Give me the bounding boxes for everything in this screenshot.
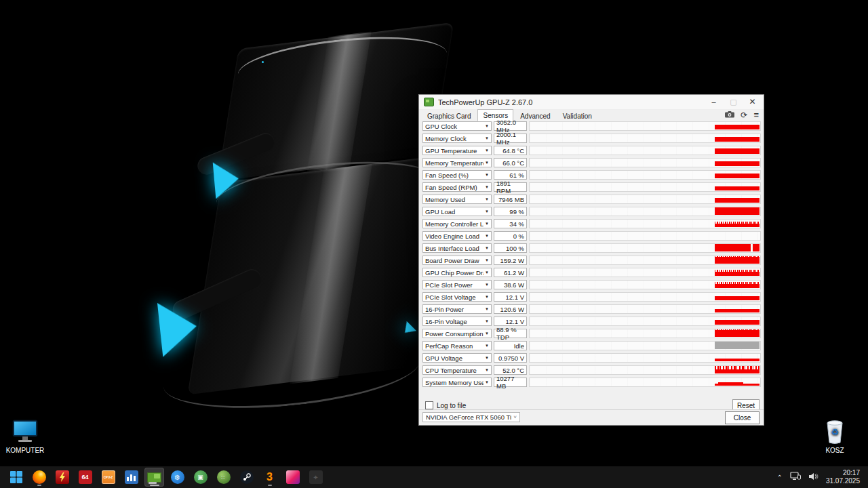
sensor-select[interactable]: 16-Pin Power▼ xyxy=(422,304,492,314)
chevron-down-icon: ▼ xyxy=(485,368,489,372)
sensor-select[interactable]: CPU Temperature▼ xyxy=(422,365,492,375)
camera-icon[interactable] xyxy=(725,111,734,119)
sensor-select[interactable]: Board Power Draw▼ xyxy=(422,256,492,265)
chevron-down-icon: ▼ xyxy=(485,356,489,360)
graph-trace xyxy=(715,125,760,129)
sensor-select[interactable]: Fan Speed (RPM)▼ xyxy=(422,182,492,192)
sensor-row: Memory Used▼7946 MB xyxy=(422,195,761,204)
log-to-file-checkbox[interactable] xyxy=(425,401,433,409)
sensor-graph xyxy=(529,158,761,167)
taskbar-item-3dmark[interactable]: 3 xyxy=(260,468,279,487)
desktop-icon-recycle-bin[interactable]: ♻ KOSZ xyxy=(810,418,860,454)
computer-icon xyxy=(0,418,50,445)
bar-chart-icon xyxy=(125,470,138,484)
chevron-down-icon: ▼ xyxy=(485,295,489,299)
title-bar[interactable]: TechPowerUp GPU-Z 2.67.0 – ▢ ✕ xyxy=(419,95,764,110)
close-window-button[interactable]: Close xyxy=(725,411,760,424)
sensor-select[interactable]: 16-Pin Voltage▼ xyxy=(422,317,492,326)
sensor-select[interactable]: GPU Temperature▼ xyxy=(422,146,492,155)
sensor-select[interactable]: Fan Speed (%)▼ xyxy=(422,170,492,180)
sensor-select[interactable]: Memory Temperature▼ xyxy=(422,158,492,167)
sensor-select[interactable]: Bus Interface Load▼ xyxy=(422,243,492,253)
sensor-select[interactable]: GPU Clock▼ xyxy=(422,121,492,131)
taskbar: 64 CPU-Z ⚙ ▣ ∷ xyxy=(0,466,868,488)
graph-trace xyxy=(715,174,760,178)
sensor-row: PCIe Slot Voltage▼12.1 V xyxy=(422,292,761,302)
graph-trace xyxy=(715,309,760,312)
tray-overflow-chevron-icon[interactable]: ⌃ xyxy=(777,474,783,481)
taskbar-clock[interactable]: 20:17 31.07.2025 xyxy=(826,469,860,486)
sensor-value: 34 % xyxy=(494,219,527,228)
sensor-value: 61.2 W xyxy=(494,268,527,277)
sensor-row: PCIe Slot Power▼38.6 W xyxy=(422,280,761,289)
sensor-graph xyxy=(529,207,761,216)
network-icon[interactable] xyxy=(790,471,801,483)
sensor-label: GPU Chip Power Draw xyxy=(425,269,484,277)
sensor-graph xyxy=(529,341,761,350)
sensor-select[interactable]: PerfCap Reason▼ xyxy=(422,341,492,350)
chevron-down-icon: ▼ xyxy=(485,319,489,323)
sensor-label: Memory Used xyxy=(425,196,484,203)
windows-logo-icon xyxy=(10,471,22,483)
graph-trace xyxy=(715,369,760,373)
desktop-icon-computer[interactable]: KOMPUTER xyxy=(0,418,50,454)
sensor-select[interactable]: GPU Chip Power Draw▼ xyxy=(422,268,492,277)
taskbar-item-procyon[interactable]: ∷ xyxy=(214,468,233,487)
sensor-select[interactable]: Memory Controller Load▼ xyxy=(422,219,492,228)
sensor-label: GPU Clock xyxy=(425,123,484,130)
taskbar-item-dark-app[interactable]: ✦ xyxy=(306,468,326,487)
graph-trace xyxy=(715,341,760,349)
wallpaper-cyan-triangle xyxy=(213,161,241,199)
taskbar-item-firefox[interactable] xyxy=(29,468,49,487)
sensor-select[interactable]: Video Engine Load▼ xyxy=(422,231,492,241)
sensor-select[interactable]: GPU Voltage▼ xyxy=(422,353,492,363)
sensor-select[interactable]: GPU Load▼ xyxy=(422,207,492,216)
tab-validation[interactable]: Validation xyxy=(557,110,597,121)
graph-trace xyxy=(715,272,760,276)
sensor-value: 12.1 V xyxy=(494,292,527,302)
taskbar-item-benchmark-bars[interactable] xyxy=(121,468,141,487)
sensor-row: Memory Clock▼2000.1 MHz xyxy=(422,134,761,143)
procyon-icon: ∷ xyxy=(217,470,231,484)
log-to-file-option[interactable]: Log to file xyxy=(425,401,466,409)
dark-app-icon: ✦ xyxy=(309,470,323,484)
taskbar-item-aida64[interactable]: 64 xyxy=(75,468,95,487)
refresh-icon[interactable]: ⟳ xyxy=(741,112,747,119)
minimize-button[interactable]: – xyxy=(705,95,723,108)
sensor-row: CPU Temperature▼52.0 °C xyxy=(422,365,761,375)
wallpaper-cyan-triangle xyxy=(157,299,199,357)
sensor-select[interactable]: Memory Used▼ xyxy=(422,195,492,204)
volume-icon[interactable] xyxy=(808,471,818,483)
taskbar-item-cpu-z[interactable]: CPU-Z xyxy=(98,468,118,487)
sensor-select[interactable]: System Memory Used▼ xyxy=(422,378,492,387)
taskbar-item-steam[interactable] xyxy=(237,468,256,487)
tab-graphics-card[interactable]: Graphics Card xyxy=(422,110,476,121)
taskbar-item-benchmark-bolt[interactable] xyxy=(52,468,72,487)
start-button[interactable] xyxy=(6,468,26,487)
running-indicator xyxy=(150,485,159,486)
menu-icon[interactable]: ≡ xyxy=(753,112,759,119)
graph-trace xyxy=(715,330,760,337)
sensor-graph xyxy=(529,378,761,387)
sensor-row: GPU Load▼99 % xyxy=(422,207,761,216)
sensor-select[interactable]: PCIe Slot Power▼ xyxy=(422,280,492,289)
chevron-down-icon: ▼ xyxy=(485,307,489,311)
sensor-select[interactable]: PCIe Slot Voltage▼ xyxy=(422,292,492,302)
close-button[interactable]: ✕ xyxy=(743,95,762,108)
sensor-graph xyxy=(529,170,761,180)
chevron-down-icon: ˅ xyxy=(513,414,517,420)
taskbar-item-vrmark[interactable]: ▣ xyxy=(191,468,210,487)
taskbar-item-gpu-z[interactable] xyxy=(144,468,164,487)
chevron-down-icon: ▼ xyxy=(485,380,489,384)
sensor-select[interactable]: Memory Clock▼ xyxy=(422,134,492,143)
sensor-row: GPU Clock▼3052.0 MHz xyxy=(422,121,761,131)
log-to-file-label: Log to file xyxy=(437,402,466,409)
device-selector[interactable]: NVIDIA GeForce RTX 5060 Ti ˅ xyxy=(422,412,520,422)
window-bottom-bar: NVIDIA GeForce RTX 5060 Ti ˅ Close xyxy=(419,409,764,425)
svg-text:♻: ♻ xyxy=(831,427,839,437)
sensor-graph xyxy=(529,243,761,253)
taskbar-item-game-benchmark[interactable] xyxy=(283,468,302,487)
sensor-label: GPU Voltage xyxy=(425,354,484,362)
taskbar-item-pcmark[interactable]: ⚙ xyxy=(167,468,187,487)
sensor-select[interactable]: Power Consumption (%)▼ xyxy=(422,329,492,338)
